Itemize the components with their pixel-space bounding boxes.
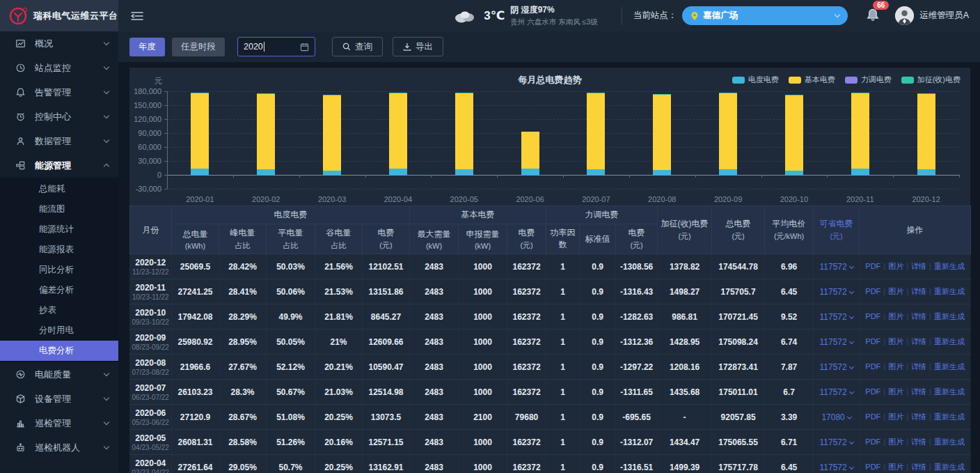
legend-item[interactable]: 力调电费 (845, 75, 892, 85)
table-cell: 49.9% (267, 304, 315, 329)
pdf-link[interactable]: PDF (865, 362, 880, 371)
regenerate-link[interactable]: 重新生成 (934, 463, 965, 471)
chevron-down-icon (104, 419, 109, 425)
submenu-item[interactable]: 电费分析 (0, 341, 118, 361)
query-button[interactable]: 查询 (332, 37, 383, 56)
export-button[interactable]: 导出 (393, 37, 443, 56)
detail-link[interactable]: 详情 (911, 262, 926, 270)
savings-link[interactable]: 117572 (820, 463, 853, 472)
table-cell: 8645.27 (363, 304, 410, 329)
pdf-link[interactable]: PDF (865, 463, 880, 471)
detail-link[interactable]: 详情 (911, 387, 926, 396)
column-subheader: 总电量(kWh) (172, 224, 219, 254)
y-axis-label: -30,000 (129, 185, 161, 193)
table-cell: 51.08% (267, 405, 315, 430)
sidebar-collapse-icon[interactable] (131, 11, 143, 21)
detail-link[interactable]: 详情 (911, 312, 926, 320)
table-cell: 1 (546, 254, 580, 279)
pdf-link[interactable]: PDF (865, 412, 880, 421)
table-cell: 50.03% (267, 254, 315, 279)
submenu-item[interactable]: 能源统计 (0, 219, 118, 240)
submenu-item[interactable]: 分时用电 (0, 320, 118, 341)
table-cell: 79680 (507, 405, 546, 430)
table-cell: 162372 (507, 304, 546, 329)
submenu-item[interactable]: 同比分析 (0, 260, 118, 280)
regenerate-link[interactable]: 重新生成 (934, 262, 965, 270)
savings-link[interactable]: 117572 (820, 437, 853, 447)
bar-segment (191, 93, 209, 169)
submenu-item[interactable]: 抄表 (0, 300, 118, 320)
month-cell: 2020-0403/23-04/22 (130, 455, 172, 473)
regenerate-link[interactable]: 重新生成 (934, 437, 965, 446)
pdf-link[interactable]: PDF (865, 262, 880, 270)
regenerate-link[interactable]: 重新生成 (934, 362, 965, 371)
bar-segment (521, 132, 539, 169)
legend-item[interactable]: 基本电费 (789, 75, 835, 85)
regenerate-link[interactable]: 重新生成 (934, 287, 965, 295)
savings-link[interactable]: 117572 (820, 287, 853, 297)
year-input[interactable]: 2020 (237, 37, 315, 56)
bar-segment (653, 94, 671, 95)
pdf-link[interactable]: PDF (865, 437, 880, 446)
detail-link[interactable]: 详情 (911, 287, 926, 295)
station-select[interactable]: 嘉德广场 (682, 6, 848, 25)
detail-link[interactable]: 详情 (911, 362, 926, 371)
image-link[interactable]: 图片 (888, 262, 903, 270)
savings-link[interactable]: 117572 (820, 262, 853, 272)
sidebar-item-data-management[interactable]: 数据管理 (0, 129, 118, 153)
sidebar-item-device-management[interactable]: 设备管理 (0, 387, 118, 411)
regenerate-link[interactable]: 重新生成 (934, 387, 965, 396)
submenu-item[interactable]: 偏差分析 (0, 280, 118, 300)
submenu-item[interactable]: 能流图 (0, 199, 118, 219)
table-cell: 28.42% (219, 254, 267, 279)
detail-link[interactable]: 详情 (911, 412, 926, 421)
submenu-item[interactable]: 能源报表 (0, 240, 118, 260)
month-cell: 2020-0605/23-06/22 (130, 405, 172, 430)
notifications-button[interactable]: 66 (866, 7, 880, 25)
pdf-link[interactable]: PDF (865, 337, 880, 346)
detail-link[interactable]: 详情 (911, 337, 926, 346)
savings-link[interactable]: 17080 (821, 412, 851, 422)
detail-link[interactable]: 详情 (911, 463, 926, 471)
image-link[interactable]: 图片 (888, 287, 903, 295)
pdf-link[interactable]: PDF (865, 312, 880, 320)
image-link[interactable]: 图片 (888, 463, 903, 471)
image-link[interactable]: 图片 (888, 412, 903, 421)
sidebar-item-overview[interactable]: 概况 (0, 31, 118, 56)
image-link[interactable]: 图片 (888, 362, 903, 371)
pdf-link[interactable]: PDF (865, 387, 880, 396)
sidebar-item-station-monitor[interactable]: 站点监控 (0, 56, 118, 80)
legend-item[interactable]: 电度电费 (732, 75, 779, 85)
table-cell: 29.05% (219, 455, 267, 473)
station-value: 嘉德广场 (703, 10, 835, 22)
image-link[interactable]: 图片 (888, 437, 903, 446)
pdf-link[interactable]: PDF (865, 287, 880, 295)
legend-item[interactable]: 加征(收)电费 (901, 75, 961, 85)
sidebar-item-alarm-management[interactable]: 告警管理 (0, 80, 118, 104)
regenerate-link[interactable]: 重新生成 (934, 312, 965, 320)
detail-link[interactable]: 详情 (911, 437, 926, 446)
regenerate-link[interactable]: 重新生成 (934, 412, 965, 421)
sidebar-item-inspection-robot[interactable]: 巡检机器人 (0, 435, 118, 460)
table-cell: 0.9 (580, 254, 616, 279)
submenu-item[interactable]: 总能耗 (0, 179, 118, 199)
year-input-value: 2020 (244, 42, 263, 52)
sidebar-item-energy-management[interactable]: 能源管理 (0, 153, 118, 178)
sidebar-item-control-center[interactable]: 控制中心 (0, 104, 118, 129)
image-link[interactable]: 图片 (888, 312, 903, 320)
actions-cell: PDF|图片|详情|重新生成 (860, 254, 971, 279)
savings-link[interactable]: 117572 (820, 312, 853, 322)
image-link[interactable]: 图片 (888, 387, 903, 396)
report-panel: 元 每月总电费趋势 电度电费基本电费力调电费加征(收)电费 180,000150… (129, 68, 970, 473)
user-menu[interactable]: 运维管理员A (895, 6, 969, 25)
sidebar-item-power-quality[interactable]: 电能质量 (0, 362, 118, 387)
sidebar-item-inspection-management[interactable]: 巡检管理 (0, 411, 118, 435)
savings-link[interactable]: 117572 (820, 337, 853, 347)
range-tab-button[interactable]: 任意时段 (172, 38, 225, 56)
savings-link[interactable]: 117572 (820, 387, 853, 397)
regenerate-link[interactable]: 重新生成 (934, 337, 965, 346)
savings-link[interactable]: 117572 (820, 362, 853, 372)
year-tab-button[interactable]: 年度 (129, 38, 165, 56)
table-cell: 1 (546, 329, 580, 355)
image-link[interactable]: 图片 (888, 337, 903, 346)
